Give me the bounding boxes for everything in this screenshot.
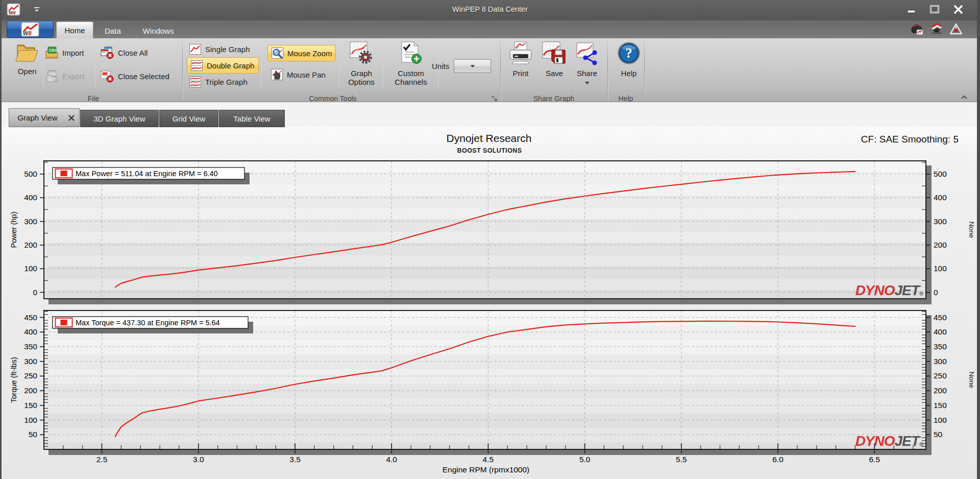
share-button[interactable]: Share [573, 41, 601, 87]
ribbon-tab-data[interactable]: Data [97, 23, 129, 38]
share-dropdown-icon [584, 81, 590, 85]
help-group-label: Help [585, 94, 667, 102]
tab-3d-graph-view-label: 3D Graph View [93, 114, 145, 123]
svg-text:100: 100 [24, 416, 37, 424]
window-border-left [0, 0, 2, 479]
svg-text:350: 350 [934, 342, 947, 351]
triple-graph-label: Triple Graph [205, 78, 248, 86]
ribbon-tab-windows[interactable]: Windows [135, 23, 182, 38]
tab-close-icon[interactable] [68, 114, 75, 122]
hazard-tool-icon[interactable] [949, 22, 963, 36]
export-label: Export [62, 72, 84, 81]
dyno-charts[interactable]: Dynojet ResearchBOOST SOLUTIONSCF: SAE S… [0, 127, 980, 479]
power-legend: Max Power = 511.04 at Engine RPM = 6.40 [53, 167, 250, 184]
open-folder-icon [15, 41, 39, 63]
graph-page: Dynojet ResearchBOOST SOLUTIONSCF: SAE S… [0, 127, 980, 479]
double-graph-label: Double Graph [207, 61, 254, 70]
print-icon [509, 41, 532, 65]
application-menu-button[interactable]: W8 [7, 21, 54, 38]
svg-text:400: 400 [934, 327, 947, 336]
custom-channels-icon [399, 41, 423, 65]
share-label: Share [573, 69, 601, 78]
tab-graph-view-label: Graph View [17, 113, 57, 122]
common-tools-group-label: Common Tools [282, 94, 384, 102]
export-csv-icon: CSV [45, 69, 59, 83]
graph-options-button[interactable]: Graph Options [345, 41, 378, 86]
svg-text:5.0: 5.0 [579, 455, 591, 464]
svg-text:3.5: 3.5 [289, 455, 301, 464]
svg-text:?: ? [625, 45, 632, 61]
window-border-right [977, 0, 980, 479]
triple-graph-button[interactable]: Triple Graph [189, 76, 248, 88]
window-title: WinPEP 8 Data Center [0, 0, 980, 19]
tab-grid-view[interactable]: Grid View [159, 110, 218, 127]
tab-graph-view[interactable]: Graph View [9, 108, 80, 127]
graph-options-icon [349, 41, 374, 65]
help-button-label: Help [614, 69, 644, 78]
mouse-zoom-label: Mouse Zoom [287, 49, 332, 58]
svg-text:250: 250 [934, 371, 947, 380]
single-graph-label: Single Graph [205, 45, 250, 54]
tab-table-view-label: Table View [233, 114, 270, 123]
dyno-tool-icon[interactable] [929, 22, 944, 36]
close-all-icon [100, 46, 114, 60]
export-button[interactable]: CSV Export [45, 69, 84, 83]
y-axis-title: Torque (ft-lbs) [10, 357, 18, 402]
tab-table-view[interactable]: Table View [219, 110, 285, 127]
svg-text:200: 200 [24, 241, 37, 249]
double-graph-button[interactable]: Double Graph [187, 57, 259, 74]
mouse-pan-button[interactable]: Mouse Pan [271, 68, 326, 81]
mouse-zoom-icon [271, 47, 284, 59]
help-button[interactable]: ? Help [614, 41, 644, 78]
close-all-button[interactable]: Close All [100, 46, 148, 60]
mouse-zoom-button[interactable]: Mouse Zoom [267, 45, 335, 61]
custom-channels-button[interactable]: Custom Channels [386, 41, 436, 86]
maximize-button[interactable] [927, 3, 942, 15]
maximize-icon [930, 5, 939, 14]
svg-text:Max Power = 511.04 at Engine R: Max Power = 511.04 at Engine RPM = 6.40 [76, 170, 218, 178]
app-window: W8 WinPEP 8 Data Center [0, 0, 980, 479]
mouse-pan-icon [271, 68, 283, 81]
close-icon [953, 5, 963, 14]
svg-text:500: 500 [24, 170, 37, 178]
ribbon-tab-home[interactable]: Home [56, 21, 93, 38]
print-label: Print [505, 69, 536, 78]
tab-3d-graph-view[interactable]: 3D Graph View [80, 110, 159, 127]
dialog-launcher-icon[interactable] [492, 95, 498, 102]
import-button[interactable]: CSV Import [45, 46, 84, 59]
svg-text:CSV: CSV [49, 48, 57, 53]
svg-text:100: 100 [24, 264, 37, 273]
graph-options-label: Graph Options [345, 69, 378, 86]
ribbon-collapse-icon[interactable] [960, 94, 969, 102]
helmet-tool-icon[interactable] [910, 22, 924, 36]
close-selected-label: Close Selected [118, 72, 169, 81]
units-combobox[interactable] [454, 59, 491, 73]
open-label: Open [11, 67, 43, 76]
svg-text:400: 400 [24, 193, 37, 202]
share-graph-group-label: Share Graph [513, 94, 595, 102]
svg-text:200: 200 [934, 241, 947, 249]
y-axis-title: Power (hp) [10, 212, 18, 248]
svg-text:300: 300 [24, 217, 37, 226]
mouse-pan-label: Mouse Pan [287, 70, 326, 79]
svg-text:400: 400 [24, 327, 37, 336]
svg-text:150: 150 [24, 401, 37, 410]
single-graph-button[interactable]: Single Graph [189, 43, 250, 55]
titlebar: W8 WinPEP 8 Data Center [0, 0, 980, 20]
svg-text:4.5: 4.5 [483, 455, 494, 464]
open-button[interactable]: Open [11, 41, 43, 76]
svg-text:500: 500 [934, 170, 947, 178]
save-button[interactable]: Save [539, 41, 570, 78]
svg-text:400: 400 [934, 193, 947, 202]
torque-legend: Max Torque = 437.30 at Engine RPM = 5.64 [53, 317, 253, 333]
cf-smoothing-label: CF: SAE Smoothing: 5 [861, 134, 959, 145]
single-graph-icon [189, 43, 202, 55]
close-selected-button[interactable]: Close Selected [100, 69, 169, 83]
minimize-button[interactable] [903, 3, 919, 15]
svg-text:6.5: 6.5 [869, 455, 880, 464]
file-group-label: File [55, 94, 132, 102]
close-button[interactable] [950, 3, 966, 15]
print-button[interactable]: Print [505, 41, 536, 78]
units-label: Units [432, 62, 449, 70]
svg-text:200: 200 [24, 386, 37, 395]
